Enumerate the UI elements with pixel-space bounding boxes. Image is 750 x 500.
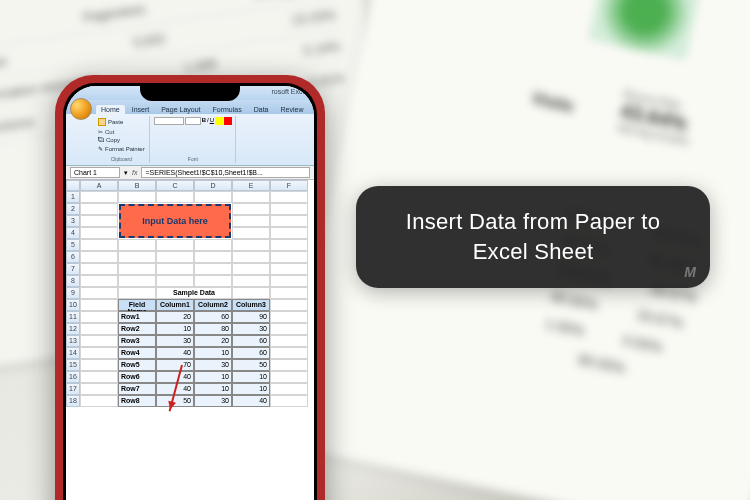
table-data-cell[interactable]: 40 — [232, 395, 270, 407]
table-data-cell[interactable]: 90 — [232, 311, 270, 323]
font-size-selector[interactable] — [185, 117, 201, 125]
empty-cell[interactable] — [156, 251, 194, 263]
tab-formulas[interactable]: Formulas — [208, 105, 247, 114]
table-data-cell[interactable]: 10 — [156, 323, 194, 335]
row-header[interactable]: 5 — [66, 239, 80, 251]
underline-button[interactable]: U — [210, 117, 214, 125]
empty-cell[interactable] — [194, 251, 232, 263]
table-data-cell[interactable]: 80 — [194, 323, 232, 335]
table-data-cell[interactable]: 30 — [194, 395, 232, 407]
empty-cell[interactable] — [270, 383, 308, 395]
empty-cell[interactable] — [232, 287, 270, 299]
column-header[interactable]: F — [270, 180, 308, 191]
empty-cell[interactable] — [118, 263, 156, 275]
paste-button[interactable]: Paste — [97, 117, 146, 127]
empty-cell[interactable] — [270, 323, 308, 335]
tab-insert[interactable]: Insert — [127, 105, 155, 114]
table-data-cell[interactable]: 20 — [156, 311, 194, 323]
tab-page-layout[interactable]: Page Layout — [156, 105, 205, 114]
row-header[interactable]: 9 — [66, 287, 80, 299]
empty-cell[interactable] — [270, 239, 308, 251]
empty-cell[interactable] — [270, 359, 308, 371]
column-header[interactable]: A — [80, 180, 118, 191]
row-header[interactable]: 2 — [66, 203, 80, 215]
fx-icon[interactable]: fx — [132, 169, 137, 176]
empty-cell[interactable] — [270, 263, 308, 275]
empty-cell[interactable] — [232, 239, 270, 251]
row-header[interactable]: 4 — [66, 227, 80, 239]
row-header[interactable]: 13 — [66, 335, 80, 347]
name-box[interactable]: Chart 1 — [70, 167, 120, 178]
empty-cell[interactable] — [80, 323, 118, 335]
empty-cell[interactable] — [270, 191, 308, 203]
empty-cell[interactable] — [80, 311, 118, 323]
row-header[interactable]: 10 — [66, 299, 80, 311]
empty-cell[interactable] — [270, 335, 308, 347]
table-data-cell[interactable]: 10 — [232, 371, 270, 383]
empty-cell[interactable] — [270, 227, 308, 239]
empty-cell[interactable] — [232, 263, 270, 275]
row-header[interactable]: 16 — [66, 371, 80, 383]
table-data-cell[interactable]: Row4 — [118, 347, 156, 359]
table-data-cell[interactable]: 40 — [156, 371, 194, 383]
empty-cell[interactable] — [156, 275, 194, 287]
table-data-cell[interactable]: 70 — [156, 359, 194, 371]
empty-cell[interactable] — [270, 275, 308, 287]
table-data-cell[interactable]: Row8 — [118, 395, 156, 407]
empty-cell[interactable] — [232, 275, 270, 287]
empty-cell[interactable] — [80, 227, 118, 239]
empty-cell[interactable] — [80, 251, 118, 263]
empty-cell[interactable] — [80, 287, 118, 299]
row-header[interactable]: 3 — [66, 215, 80, 227]
empty-cell[interactable] — [80, 203, 118, 215]
empty-cell[interactable] — [270, 371, 308, 383]
table-data-cell[interactable]: Row6 — [118, 371, 156, 383]
empty-cell[interactable] — [156, 263, 194, 275]
empty-cell[interactable] — [232, 215, 270, 227]
corner-cell[interactable] — [66, 180, 80, 191]
column-header[interactable]: E — [232, 180, 270, 191]
empty-cell[interactable] — [118, 287, 156, 299]
empty-cell[interactable] — [118, 239, 156, 251]
spreadsheet-grid[interactable]: ABCDEF12Input Data here3456789Sample Dat… — [66, 180, 314, 407]
empty-cell[interactable] — [232, 227, 270, 239]
empty-cell[interactable] — [118, 191, 156, 203]
row-header[interactable]: 11 — [66, 311, 80, 323]
table-data-cell[interactable]: 30 — [232, 323, 270, 335]
table-header-cell[interactable]: Field Name — [118, 299, 156, 311]
column-header[interactable]: B — [118, 180, 156, 191]
empty-cell[interactable] — [80, 263, 118, 275]
empty-cell[interactable] — [156, 239, 194, 251]
font-selector[interactable] — [154, 117, 184, 125]
empty-cell[interactable] — [232, 251, 270, 263]
row-header[interactable]: 8 — [66, 275, 80, 287]
office-button[interactable] — [70, 98, 92, 120]
table-data-cell[interactable]: 60 — [194, 311, 232, 323]
row-header[interactable]: 12 — [66, 323, 80, 335]
row-header[interactable]: 7 — [66, 263, 80, 275]
column-header[interactable]: D — [194, 180, 232, 191]
table-data-cell[interactable]: Row7 — [118, 383, 156, 395]
row-header[interactable]: 17 — [66, 383, 80, 395]
empty-cell[interactable] — [270, 299, 308, 311]
row-header[interactable]: 15 — [66, 359, 80, 371]
italic-button[interactable]: I — [207, 117, 209, 125]
tab-review[interactable]: Review — [276, 105, 309, 114]
row-header[interactable]: 6 — [66, 251, 80, 263]
empty-cell[interactable] — [80, 395, 118, 407]
formula-input[interactable]: =SERIES(Sheet1!$C$10,Sheet1!$B... — [141, 167, 310, 178]
empty-cell[interactable] — [194, 275, 232, 287]
empty-cell[interactable] — [270, 395, 308, 407]
empty-cell[interactable] — [80, 191, 118, 203]
font-color-button[interactable] — [224, 117, 232, 125]
table-data-cell[interactable]: Row1 — [118, 311, 156, 323]
table-data-cell[interactable]: 40 — [156, 347, 194, 359]
format-painter-button[interactable]: ✎Format Painter — [97, 144, 146, 153]
table-data-cell[interactable]: 60 — [232, 347, 270, 359]
empty-cell[interactable] — [194, 239, 232, 251]
fill-color-button[interactable] — [215, 117, 223, 125]
empty-cell[interactable] — [80, 239, 118, 251]
empty-cell[interactable] — [80, 335, 118, 347]
empty-cell[interactable] — [156, 191, 194, 203]
empty-cell[interactable] — [80, 275, 118, 287]
